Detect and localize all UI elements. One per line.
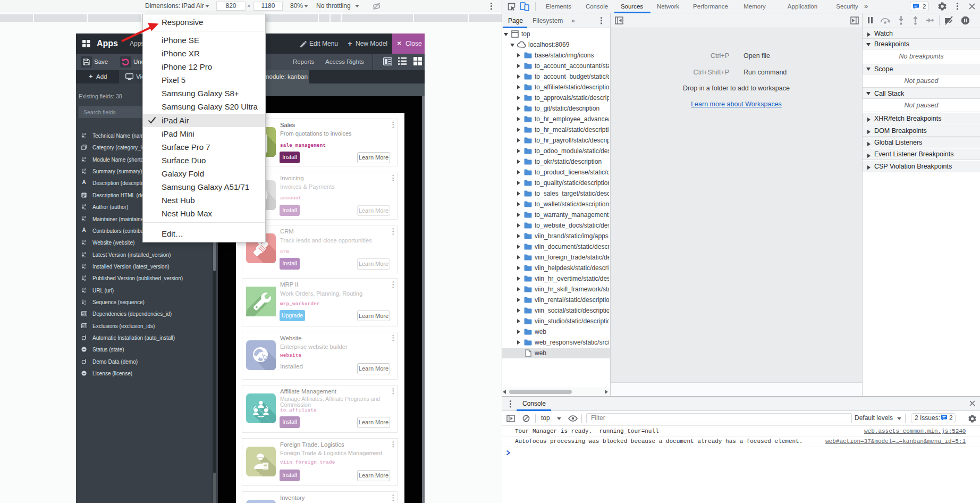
svg-text:z: z	[84, 290, 86, 292]
svg-text:z: z	[84, 278, 86, 281]
svg-text:z: z	[84, 159, 86, 162]
svg-text:z: z	[84, 171, 86, 174]
svg-text:z: z	[84, 254, 86, 257]
svg-text:z: z	[84, 136, 86, 138]
svg-text:z: z	[84, 207, 86, 209]
svg-text:z: z	[84, 266, 86, 269]
svg-text:2: 2	[84, 302, 86, 305]
svg-text:z: z	[84, 242, 86, 245]
svg-text:z: z	[84, 219, 86, 221]
